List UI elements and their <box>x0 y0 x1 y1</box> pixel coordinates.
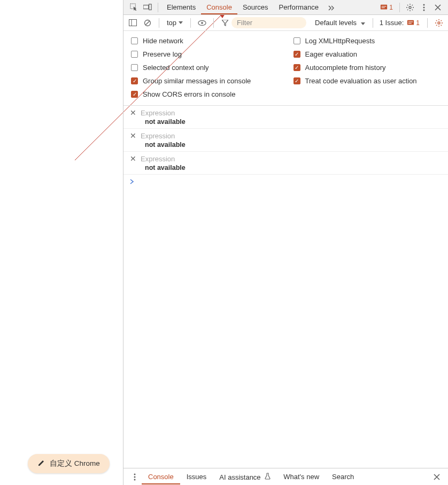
checkbox-icon <box>293 64 300 71</box>
settings-gear-icon[interactable] <box>405 2 415 13</box>
tab-sources[interactable]: Sources <box>237 0 274 14</box>
expression-input[interactable]: Expression <box>141 155 175 163</box>
kebab-menu-icon[interactable] <box>419 2 429 13</box>
close-devtools-icon[interactable] <box>432 2 443 13</box>
log-levels-selector[interactable]: Default levels <box>312 19 368 27</box>
setting-label: Hide network <box>143 37 183 45</box>
drawer-tab-search[interactable]: Search <box>326 470 360 484</box>
live-expression-icon[interactable] <box>197 18 207 28</box>
svg-point-24 <box>134 479 136 480</box>
expression-input[interactable]: Expression <box>141 132 175 140</box>
setting-checkbox-item[interactable]: Selected context only <box>123 61 286 74</box>
expression-value: not available <box>130 118 444 126</box>
customize-label: 自定义 Chrome <box>50 459 100 468</box>
pencil-icon <box>37 459 45 468</box>
issues-label: 1 Issue: <box>377 19 406 27</box>
separator <box>213 18 214 28</box>
checkbox-icon <box>131 64 138 71</box>
setting-label: Eager evaluation <box>305 50 358 58</box>
sidebar-toggle-icon[interactable] <box>127 18 138 28</box>
console-settings-panel: Hide networkPreserve logSelected context… <box>123 31 448 106</box>
drawer-tab-ai-assistance[interactable]: AI assistance <box>213 470 277 484</box>
prompt-chevron-icon <box>130 179 134 184</box>
drawer-tab-label: AI assistance <box>219 473 260 481</box>
filter-placeholder: Filter <box>237 19 252 27</box>
live-expressions-list: ✕Expressionnot available✕Expressionnot a… <box>123 106 448 175</box>
separator <box>373 18 373 28</box>
customize-chrome-button[interactable]: 自定义 Chrome <box>28 454 110 473</box>
svg-point-23 <box>134 476 136 478</box>
svg-point-9 <box>423 4 425 5</box>
setting-checkbox-item[interactable]: Show CORS errors in console <box>123 88 286 101</box>
svg-rect-3 <box>143 5 149 9</box>
svg-line-15 <box>145 21 150 25</box>
device-toggle-icon[interactable] <box>142 2 153 13</box>
tab-console[interactable]: Console <box>201 0 237 14</box>
svg-point-17 <box>201 22 203 24</box>
checkbox-icon <box>293 37 300 44</box>
checkbox-icon <box>131 91 138 98</box>
tab-performance[interactable]: Performance <box>274 0 324 14</box>
drawer-tabbar: Console Issues AI assistance What's new … <box>123 468 448 485</box>
setting-checkbox-item[interactable]: Preserve log <box>123 48 286 61</box>
setting-label: Selected context only <box>143 64 209 72</box>
expression-input[interactable]: Expression <box>141 109 175 117</box>
setting-label: Show CORS errors in console <box>143 90 235 98</box>
message-count-badge[interactable]: 1 <box>380 4 393 11</box>
console-prompt[interactable] <box>123 175 448 189</box>
drawer-menu-icon[interactable] <box>129 472 140 482</box>
issue-count-badge[interactable]: 1 <box>407 19 420 27</box>
filter-input[interactable]: Filter <box>231 17 306 28</box>
devtools-tabbar: Elements Console Sources Performance 1 <box>123 0 448 15</box>
svg-point-8 <box>409 6 411 9</box>
setting-label: Treat code evaluation as user action <box>305 77 417 85</box>
svg-point-21 <box>438 22 440 24</box>
separator <box>158 3 158 12</box>
svg-point-11 <box>423 9 425 11</box>
drawer-tab-issues[interactable]: Issues <box>180 470 213 484</box>
close-drawer-icon[interactable] <box>431 472 442 482</box>
remove-expression-icon[interactable]: ✕ <box>130 131 136 140</box>
remove-expression-icon[interactable]: ✕ <box>130 154 136 163</box>
setting-checkbox-item[interactable]: Hide network <box>123 34 286 48</box>
flask-icon <box>265 473 271 481</box>
svg-rect-6 <box>382 6 387 6</box>
setting-label: Preserve log <box>143 50 182 58</box>
setting-checkbox-item[interactable]: Log XMLHttpRequests <box>286 34 449 48</box>
setting-checkbox-item[interactable]: Treat code evaluation as user action <box>286 74 449 88</box>
remove-expression-icon[interactable]: ✕ <box>130 108 136 117</box>
live-expression-row: ✕Expressionnot available <box>123 106 448 129</box>
drawer-tab-whatsnew[interactable]: What's new <box>277 470 326 484</box>
separator <box>190 18 191 28</box>
message-count: 1 <box>389 4 393 11</box>
levels-label: Default levels <box>315 19 357 27</box>
drawer-tab-console[interactable]: Console <box>142 470 180 484</box>
inspect-element-icon[interactable] <box>128 2 139 13</box>
svg-rect-7 <box>382 7 385 8</box>
console-toolbar: top Filter Default levels 1 Issue: 1 <box>123 15 448 31</box>
setting-checkbox-item[interactable]: Autocomplete from history <box>286 61 449 74</box>
setting-label: Group similar messages in console <box>143 77 251 85</box>
svg-rect-5 <box>381 4 387 9</box>
setting-checkbox-item[interactable]: Eager evaluation <box>286 48 449 61</box>
tab-elements[interactable]: Elements <box>161 0 201 14</box>
checkbox-icon <box>131 51 138 58</box>
context-selector[interactable]: top <box>164 17 186 28</box>
setting-checkbox-item[interactable]: Group similar messages in console <box>123 74 286 88</box>
separator <box>159 18 159 28</box>
filter-icon <box>220 18 230 28</box>
svg-rect-19 <box>408 21 413 22</box>
issue-count: 1 <box>416 19 420 27</box>
checkbox-icon <box>293 51 300 58</box>
checkbox-icon <box>293 77 300 84</box>
clear-console-icon[interactable] <box>142 18 153 28</box>
svg-point-22 <box>134 473 136 475</box>
dropdown-icon <box>179 21 183 24</box>
svg-rect-20 <box>408 23 412 24</box>
live-expression-row: ✕Expressionnot available <box>123 129 448 152</box>
svg-rect-12 <box>129 20 136 26</box>
devtools-panel: Elements Console Sources Performance 1 <box>123 0 448 485</box>
more-tabs-icon[interactable] <box>326 2 336 13</box>
console-settings-gear-icon[interactable] <box>434 18 444 28</box>
setting-label: Autocomplete from history <box>305 64 386 72</box>
